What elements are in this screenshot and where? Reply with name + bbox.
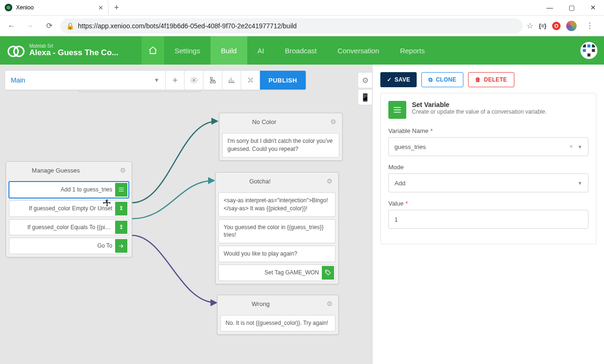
maximize-button[interactable]: ▢: [561, 0, 582, 15]
address-bar[interactable]: 🔒 https://app.xenioo.com/bots/4f19b6d6-0…: [60, 18, 523, 33]
gear-icon[interactable]: ⚙: [120, 166, 126, 174]
home-button[interactable]: [142, 36, 164, 65]
variable-name-label: Variable Name*: [388, 127, 588, 134]
window-title-bar: Xenioo ✕ + — ▢ ✕: [0, 0, 604, 16]
node-title: No Color: [252, 118, 276, 125]
chevron-down-icon: ▼: [154, 77, 159, 83]
condition-icon: [115, 221, 127, 234]
properties-panel: ⚙ 📱 ✓ SAVE ⧉ CLONE 🗑 DELETE Set Variable…: [373, 65, 604, 364]
action-goto[interactable]: Go To: [9, 238, 129, 254]
menu-broadcast[interactable]: Broadcast: [275, 36, 327, 65]
svg-rect-2: [210, 81, 212, 83]
menu-settings[interactable]: Settings: [164, 36, 210, 65]
svg-rect-3: [213, 81, 215, 83]
gear-icon[interactable]: ⚙: [330, 118, 336, 125]
user-avatar[interactable]: [580, 42, 597, 59]
menu-reports[interactable]: Reports: [390, 36, 436, 65]
tool-collapse-button[interactable]: [241, 71, 260, 90]
new-tab-button[interactable]: +: [109, 0, 125, 15]
build-toolbar: Main ▼ PUBLISH: [5, 70, 306, 90]
node-no-color[interactable]: No Color ⚙ I'm sorry but I didn't catch …: [219, 113, 343, 161]
node-wrong[interactable]: Wrong ⚙ No. It is not {{guessed_color}}.…: [217, 295, 339, 335]
browser-toolbar: ← → ⟳ 🔒 https://app.xenioo.com/bots/4f19…: [0, 16, 604, 36]
action-add-variable[interactable]: Add 1 to guess_tries: [9, 182, 129, 198]
value-label: Value*: [388, 200, 588, 207]
tab-close-icon[interactable]: ✕: [98, 4, 103, 11]
action-text[interactable]: Would you like to play again?: [218, 246, 336, 262]
tab-favicon: [5, 4, 12, 11]
back-button[interactable]: ←: [4, 18, 19, 33]
action-description: Create or update the value of a conversa…: [412, 108, 547, 115]
add-button[interactable]: [166, 71, 185, 90]
menu-conversation[interactable]: Conversation: [327, 36, 389, 65]
delete-button[interactable]: 🗑 DELETE: [468, 72, 514, 87]
extension-icon-opera[interactable]: O: [552, 22, 561, 30]
panel-tab-settings[interactable]: ⚙: [358, 72, 372, 88]
mode-label: Mode: [388, 164, 588, 171]
flow-selector[interactable]: Main ▼: [5, 71, 166, 90]
forward-button[interactable]: →: [23, 18, 38, 33]
browser-menu-icon[interactable]: ⋮: [582, 18, 597, 33]
flow-name: Main: [11, 76, 25, 84]
chevron-down-icon[interactable]: ▼: [578, 144, 582, 149]
tag-icon: [322, 266, 334, 280]
app-logo-block[interactable]: Matelab Srl Alexa - Guess The Co...: [0, 43, 142, 58]
url-text: https://app.xenioo.com/bots/4f19b6d6-05e…: [78, 22, 297, 30]
app-header: Matelab Srl Alexa - Guess The Co... Sett…: [0, 36, 604, 65]
close-window-button[interactable]: ✕: [582, 0, 604, 15]
action-text[interactable]: <say-as interpret-as="interjection">Bing…: [218, 192, 336, 217]
action-text[interactable]: I'm sorry but I didn't catch the color y…: [222, 133, 339, 157]
node-title: Gotcha!: [249, 178, 271, 185]
clear-icon[interactable]: ×: [570, 143, 573, 150]
workspace: Main ▼ PUBLISH Manage Guesses ⚙ Add 1: [0, 65, 604, 364]
bookmark-star-icon[interactable]: ☆: [527, 21, 533, 30]
variable-icon: [115, 183, 127, 197]
action-text[interactable]: No. It is not {{guessed_color}}. Try aga…: [220, 315, 336, 331]
minimize-button[interactable]: —: [539, 0, 561, 15]
svg-point-6: [326, 271, 327, 272]
reload-button[interactable]: ⟳: [42, 18, 57, 33]
action-type-icon: [388, 101, 406, 119]
save-button[interactable]: ✓ SAVE: [380, 72, 417, 87]
gear-icon[interactable]: ⚙: [327, 177, 333, 185]
action-set-tag[interactable]: Set Tag GAME_WON: [218, 265, 336, 281]
node-title: Manage Guesses: [32, 167, 80, 174]
mode-select[interactable]: Add ▼: [388, 174, 588, 192]
goto-icon: [115, 239, 127, 253]
condition-icon: [115, 202, 127, 215]
clone-button[interactable]: ⧉ CLONE: [421, 72, 463, 87]
action-condition-equals[interactable]: If guessed_color Equals To {{picked_c...: [9, 219, 129, 236]
value-input[interactable]: 1: [388, 210, 588, 229]
node-manage-guesses[interactable]: Manage Guesses ⚙ Add 1 to guess_tries If…: [6, 161, 132, 257]
tab-title: Xenioo: [16, 4, 34, 11]
tool-tree-button[interactable]: [203, 71, 222, 90]
window-buttons: — ▢ ✕: [539, 0, 604, 15]
variable-name-input[interactable]: guess_tries × ▼: [388, 137, 588, 156]
node-title: Wrong: [252, 300, 269, 307]
action-detail-card: Set Variable Create or update the value …: [380, 93, 596, 244]
action-title: Set Variable: [412, 101, 547, 108]
menu-build[interactable]: Build: [210, 36, 247, 65]
panel-tab-preview[interactable]: 📱: [358, 89, 372, 105]
profile-avatar[interactable]: [566, 21, 577, 31]
tool-chart-button[interactable]: [222, 71, 241, 90]
tool-gear-button[interactable]: [185, 71, 203, 90]
action-condition-empty[interactable]: If guessed_color Empty Or Unset: [9, 200, 129, 217]
extension-icon-brackets[interactable]: {≡}: [539, 23, 546, 29]
bot-name: Alexa - Guess The Co...: [29, 49, 118, 58]
lock-icon: 🔒: [66, 22, 74, 30]
publish-button[interactable]: PUBLISH: [260, 71, 306, 90]
svg-point-5: [120, 225, 122, 227]
node-gotcha[interactable]: Gotcha! ⚙ <say-as interpret-as="interjec…: [215, 172, 339, 284]
action-text[interactable]: You guessed the color in {{guess_tries}}…: [218, 219, 336, 244]
svg-point-0: [193, 79, 195, 81]
menu-ai[interactable]: AI: [247, 36, 275, 65]
chevron-down-icon[interactable]: ▼: [578, 181, 582, 186]
svg-rect-1: [210, 77, 212, 79]
logo-icon: [8, 46, 25, 55]
browser-tab[interactable]: Xenioo ✕: [0, 0, 109, 15]
svg-point-4: [120, 207, 122, 208]
gear-icon[interactable]: ⚙: [327, 300, 333, 307]
main-menu: Settings Build AI Broadcast Conversation…: [164, 36, 435, 65]
